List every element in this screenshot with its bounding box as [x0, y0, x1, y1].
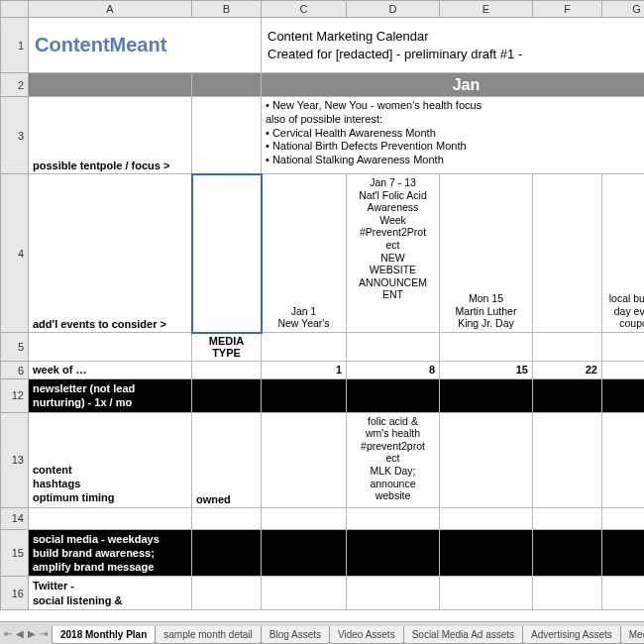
- sheet-tabs: 2018 Monthly Plan sample month detail Bl…: [52, 622, 644, 644]
- event-cell[interactable]: local busine day event coupon: [602, 174, 645, 333]
- col-header[interactable]: E: [440, 1, 533, 18]
- cell[interactable]: [262, 379, 347, 413]
- col-header[interactable]: C: [262, 1, 347, 18]
- media-type-header[interactable]: MEDIA TYPE: [192, 333, 262, 362]
- cell[interactable]: [602, 507, 645, 529]
- brand-logo: ContentMeant: [29, 18, 262, 73]
- cell[interactable]: [192, 379, 262, 413]
- row-header[interactable]: 15: [1, 529, 29, 577]
- cell[interactable]: [192, 97, 262, 174]
- row-header[interactable]: 12: [1, 379, 29, 413]
- cell[interactable]: [440, 412, 533, 507]
- cell[interactable]: [262, 577, 347, 610]
- week-num[interactable]: 15: [440, 362, 533, 379]
- event-cell[interactable]: Jan 7 - 13 Nat'l Folic Acid Awareness We…: [347, 174, 440, 333]
- tab-last-icon[interactable]: ⇥: [40, 628, 48, 639]
- cell[interactable]: [192, 73, 262, 97]
- cell[interactable]: [602, 412, 645, 507]
- cell[interactable]: [533, 174, 602, 333]
- cell[interactable]: [347, 507, 440, 529]
- event-cell[interactable]: Mon 15 Martin Luther King Jr. Day: [440, 174, 533, 333]
- cell[interactable]: [533, 379, 602, 413]
- title-line-1: Content Marketing Calendar: [268, 28, 644, 46]
- cell[interactable]: [440, 379, 533, 413]
- event-cell[interactable]: Jan 1 New Year's: [262, 174, 347, 333]
- col-header[interactable]: F: [533, 1, 602, 18]
- social-media-label[interactable]: social media - weekdays build brand awar…: [29, 529, 192, 577]
- sheet-tab[interactable]: sample month detail: [155, 626, 262, 644]
- cell[interactable]: [602, 529, 645, 577]
- select-all-corner[interactable]: [1, 1, 29, 18]
- sheet-tab[interactable]: 2018 Monthly Plan: [52, 626, 156, 644]
- row-header[interactable]: 1: [1, 18, 29, 73]
- cell[interactable]: [533, 333, 602, 362]
- row-header[interactable]: 6: [1, 362, 29, 379]
- twitter-label[interactable]: Twitter - social listening &: [29, 577, 192, 610]
- cell[interactable]: [262, 529, 347, 577]
- cell[interactable]: [192, 362, 262, 379]
- row-header[interactable]: 5: [1, 333, 29, 362]
- tab-first-icon[interactable]: ⇤: [4, 628, 12, 639]
- sheet-tab[interactable]: Video Assets: [329, 626, 404, 644]
- sheet-tab[interactable]: Blog Assets: [261, 626, 330, 644]
- cell[interactable]: [602, 379, 645, 413]
- title-line-2: Created for [redacted] - preliminary dra…: [268, 46, 644, 63]
- cell[interactable]: [533, 507, 602, 529]
- row-header[interactable]: 16: [1, 577, 29, 610]
- cell[interactable]: [192, 507, 262, 529]
- cell[interactable]: [347, 379, 440, 413]
- cell[interactable]: [440, 577, 533, 610]
- cell[interactable]: [29, 333, 192, 362]
- cell[interactable]: [533, 577, 602, 610]
- tab-next-icon[interactable]: ▶: [28, 628, 36, 639]
- content-cell[interactable]: folic acid & wm's health #prevent2prot e…: [347, 412, 440, 507]
- col-header[interactable]: B: [192, 1, 262, 18]
- cell[interactable]: [192, 577, 262, 610]
- tentpole-text[interactable]: • New Year, New You - women's health foc…: [262, 97, 645, 174]
- cell[interactable]: [440, 333, 533, 362]
- cell[interactable]: [347, 529, 440, 577]
- col-header[interactable]: G: [602, 1, 645, 18]
- doc-title[interactable]: Content Marketing Calendar Created for […: [262, 18, 645, 73]
- addl-events-label[interactable]: add'l events to consider >: [29, 174, 192, 333]
- col-header[interactable]: A: [29, 1, 192, 18]
- tab-nav-arrows[interactable]: ⇤ ◀ ▶ ⇥: [0, 622, 52, 644]
- cell[interactable]: [440, 529, 533, 577]
- sheet-tab[interactable]: Med: [620, 626, 644, 644]
- cell[interactable]: [602, 362, 645, 379]
- week-of-label[interactable]: week of …: [29, 362, 192, 379]
- cell[interactable]: [602, 577, 645, 610]
- col-header[interactable]: D: [347, 1, 440, 18]
- cell[interactable]: [29, 73, 192, 97]
- spreadsheet-grid[interactable]: A B C D E F G 1 ContentMeant Content Mar…: [0, 0, 644, 621]
- month-header[interactable]: Jan: [262, 73, 645, 97]
- cell[interactable]: [192, 529, 262, 577]
- cell[interactable]: [347, 577, 440, 610]
- row-header[interactable]: 2: [1, 73, 29, 97]
- sheet-tab[interactable]: Social Media Ad assets: [403, 626, 523, 644]
- newsletter-label[interactable]: newsletter (not lead nurturing) - 1x / m…: [29, 379, 192, 413]
- cell[interactable]: [440, 507, 533, 529]
- cell[interactable]: [29, 507, 192, 529]
- cell[interactable]: [262, 333, 347, 362]
- cell[interactable]: [262, 507, 347, 529]
- owned-label[interactable]: owned: [192, 412, 262, 507]
- row-header[interactable]: 4: [1, 174, 29, 333]
- cell[interactable]: [533, 412, 602, 507]
- row-header[interactable]: 13: [1, 412, 29, 507]
- sheet-tab[interactable]: Advertising Assets: [522, 626, 621, 644]
- week-num[interactable]: 1: [262, 362, 347, 379]
- content-labels[interactable]: content hashtags optimum timing: [29, 412, 192, 507]
- row-header[interactable]: 3: [1, 97, 29, 174]
- sheet-tab-bar: ⇤ ◀ ▶ ⇥ 2018 Monthly Plan sample month d…: [0, 621, 644, 644]
- selected-cell[interactable]: [192, 174, 262, 333]
- cell[interactable]: [347, 333, 440, 362]
- tentpole-label[interactable]: possible tentpole / focus >: [29, 97, 192, 174]
- row-header[interactable]: 14: [1, 507, 29, 529]
- cell[interactable]: [533, 529, 602, 577]
- cell[interactable]: [262, 412, 347, 507]
- cell[interactable]: [602, 333, 645, 362]
- week-num[interactable]: 22: [533, 362, 602, 379]
- week-num[interactable]: 8: [347, 362, 440, 379]
- tab-prev-icon[interactable]: ◀: [16, 628, 24, 639]
